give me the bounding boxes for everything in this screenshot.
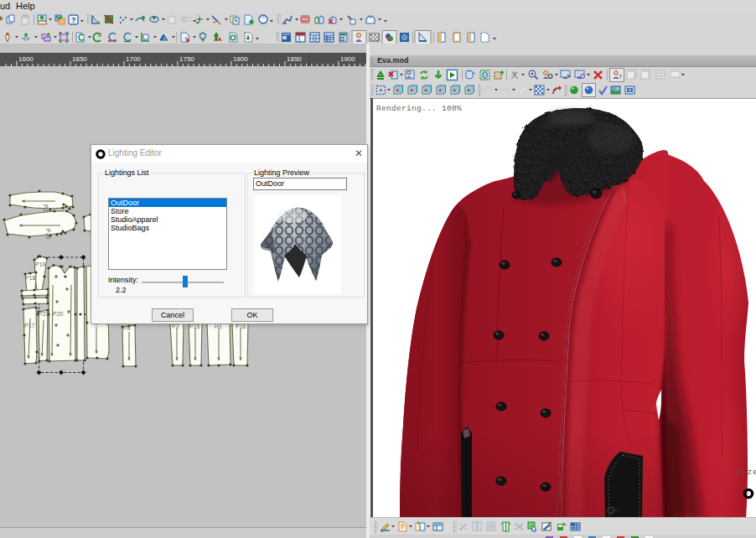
svg-text:P15: P15 xyxy=(189,323,200,329)
svg-text:1600: 1600 xyxy=(18,55,34,63)
svg-text:1700: 1700 xyxy=(126,55,141,63)
svg-text:1850: 1850 xyxy=(287,55,302,63)
svg-text:1800: 1800 xyxy=(233,55,248,63)
svg-text:P16: P16 xyxy=(236,323,246,329)
svg-text:1750: 1750 xyxy=(179,55,194,63)
svg-text:P2: P2 xyxy=(172,323,179,329)
svg-text:?: ? xyxy=(619,74,622,80)
svg-text:P17: P17 xyxy=(24,323,35,328)
svg-text:?: ? xyxy=(71,16,76,24)
svg-text:P18: P18 xyxy=(25,275,36,281)
svg-text:P20: P20 xyxy=(53,311,64,317)
svg-text:P8: P8 xyxy=(123,325,131,331)
svg-text:Size: Size xyxy=(736,468,756,477)
svg-text:1650: 1650 xyxy=(72,55,87,63)
svg-text:1900: 1900 xyxy=(340,55,355,63)
svg-text:H1: H1 xyxy=(215,323,222,329)
svg-text:P19: P19 xyxy=(35,261,46,267)
svg-text:P28: P28 xyxy=(45,229,51,240)
